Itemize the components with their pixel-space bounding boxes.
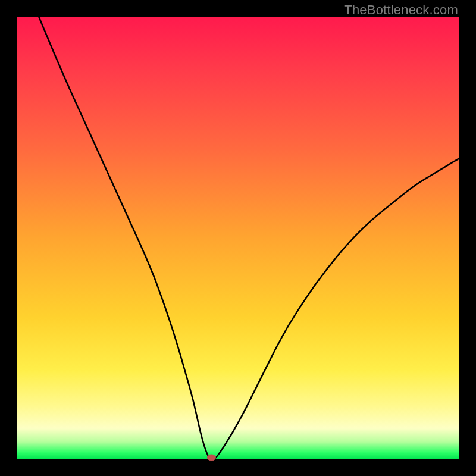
bottleneck-marker [207, 455, 215, 461]
chart-svg [17, 17, 459, 459]
bottleneck-curve [39, 17, 459, 459]
watermark-text: TheBottleneck.com [344, 2, 458, 18]
chart-frame: TheBottleneck.com [0, 0, 476, 476]
plot-area [17, 17, 459, 459]
